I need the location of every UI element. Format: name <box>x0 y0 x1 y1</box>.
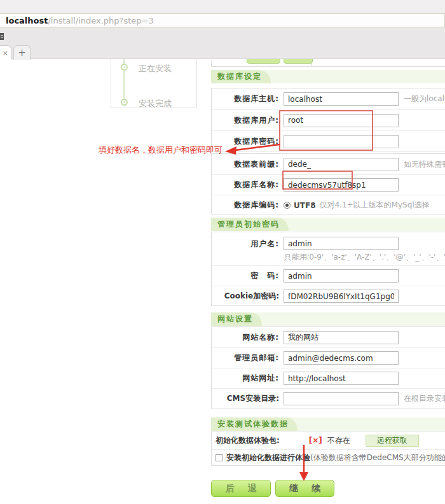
utf8-radio[interactable] <box>284 202 291 209</box>
db-host-label: 数据库主机: <box>212 94 284 104</box>
site-form-box: 网站名称: 管理员邮箱: 网站网址: CMS安装目录: 在根目录安装 <box>211 326 445 409</box>
continue-button[interactable]: 继 续 <box>275 480 334 497</box>
db-form-box-1: 数据库主机: 一般为localh 数据库用户: 数据库密码: <box>211 88 445 151</box>
db-charset-hint: 仅对4.1+以上版本的MySql选择 <box>319 200 429 211</box>
section-header-site: 网站设置 <box>211 312 445 326</box>
cookie-key-label: Cookie加密码: <box>212 291 284 302</box>
admin-email-input[interactable] <box>284 351 399 365</box>
cookie-key-input[interactable] <box>284 290 399 303</box>
form-row-admin-password: 密 码: <box>212 265 445 286</box>
form-row-db-password: 数据库密码: <box>212 130 445 151</box>
admin-user-input[interactable] <box>284 237 399 250</box>
db-host-input[interactable] <box>284 92 399 106</box>
browser-tab-active[interactable]: × <box>0 45 11 60</box>
site-name-label: 网站名称: <box>212 332 284 343</box>
admin-email-label: 管理员邮箱: <box>212 353 284 363</box>
section-title-admin: 管理员初始密码 <box>217 219 280 230</box>
new-tab-button[interactable]: + <box>13 45 31 60</box>
admin-form-box: 用户名: 只能用'0-9'、'a-z'、'A-Z'、'.'、'@'、'_'、'-… <box>211 232 445 306</box>
db-form-box-2: 数据表前缀: 如无特殊需要 数据库名称: 数据库编码: UTF8 仅对4.1+以… <box>211 153 445 214</box>
install-testdata-label: 安装初始化数据进行体验 <box>226 452 310 463</box>
form-row-db-host: 数据库主机: 一般为localh <box>212 88 445 109</box>
remote-fetch-button[interactable]: 远程获取 <box>366 435 419 447</box>
admin-password-label: 密 码: <box>212 270 284 281</box>
form-row-cms-dir: CMS安装目录: 在根目录安装 <box>212 388 445 409</box>
step-dot-complete <box>121 99 128 106</box>
admin-password-input[interactable] <box>284 269 399 283</box>
db-host-hint: 一般为localh <box>404 94 445 104</box>
url-path: /install/index.php?step=3 <box>48 16 153 25</box>
db-charset-label: 数据库编码: <box>212 200 284 211</box>
table-prefix-hint: 如无特殊需要 <box>404 159 445 170</box>
form-row-db-user: 数据库用户: <box>212 109 445 130</box>
install-testdata-checkbox[interactable] <box>216 454 222 461</box>
section-title-site: 网站设置 <box>217 314 253 325</box>
site-url-input[interactable] <box>284 372 399 385</box>
section-title-testdata: 安装测试体验数据 <box>217 419 289 430</box>
step-label-installing: 正在安装 <box>139 63 172 74</box>
site-name-input[interactable] <box>284 331 399 344</box>
table-prefix-input[interactable] <box>284 158 399 171</box>
form-row-data-package: 初始化数据体验包: [×] 不存在 远程获取 <box>212 431 445 449</box>
form-row-db-name: 数据库名称: <box>212 174 445 195</box>
db-user-input[interactable] <box>284 114 399 127</box>
cms-dir-hint: 在根目录安装 <box>404 393 445 404</box>
form-row-cookie-key: Cookie加密码: <box>212 286 445 306</box>
cms-dir-input[interactable] <box>284 392 399 405</box>
admin-user-label: 用户名: <box>212 239 284 249</box>
form-row-admin-user: 用户名: 只能用'0-9'、'a-z'、'A-Z'、'.'、'@'、'_'、'-… <box>212 232 445 265</box>
plus-icon: + <box>18 47 26 59</box>
browser-tab-strip <box>0 27 445 59</box>
close-icon[interactable]: × <box>3 50 8 57</box>
form-row-table-prefix: 数据表前缀: 如无特殊需要 <box>212 154 445 174</box>
install-testdata-description: (体验数据将含带DedeCMS大部分功能的应用操作示 <box>310 452 445 463</box>
favicon-icon <box>0 33 4 40</box>
previous-section-left-border <box>211 60 212 67</box>
back-button[interactable]: 后 退 <box>211 480 271 497</box>
previous-section-divider <box>211 66 445 67</box>
section-title-database: 数据库设定 <box>217 71 262 82</box>
form-row-db-charset: 数据库编码: UTF8 仅对4.1+以上版本的MySql选择 <box>212 195 445 215</box>
db-password-input[interactable] <box>284 135 399 148</box>
step-label-complete: 安装完成 <box>139 98 172 109</box>
testdata-form-box: 初始化数据体验包: [×] 不存在 远程获取 安装初始化数据进行体验(体验数据将… <box>211 431 445 466</box>
form-row-admin-email: 管理员邮箱: <box>212 347 445 368</box>
address-bar[interactable]: localhost/install/index.php?step=3 <box>0 13 445 27</box>
browser-top-strip <box>0 0 445 13</box>
missing-status-text: 不存在 <box>327 435 350 446</box>
db-name-label: 数据库名称: <box>212 179 284 190</box>
section-header-database: 数据库设定 <box>211 70 445 83</box>
missing-mark: [×] <box>309 436 322 445</box>
admin-user-hint: 只能用'0-9'、'a-z'、'A-Z'、'.'、'@'、'_'、'-'、'!'… <box>284 252 445 263</box>
db-user-label: 数据库用户: <box>212 115 284 126</box>
annotation-note: 填好数据名，数据用户和密码即可 <box>99 144 222 156</box>
data-package-label: 初始化数据体验包: <box>216 435 280 446</box>
form-row-site-name: 网站名称: <box>212 327 445 347</box>
table-prefix-label: 数据表前缀: <box>212 159 284 170</box>
section-header-testdata: 安装测试体验数据 <box>211 417 445 431</box>
step-dot-installing <box>121 64 128 71</box>
cms-dir-label: CMS安装目录: <box>212 393 284 404</box>
form-row-install-testdata: 安装初始化数据进行体验(体验数据将含带DedeCMS大部分功能的应用操作示 <box>212 449 445 465</box>
db-name-input[interactable] <box>284 178 399 192</box>
section-header-admin: 管理员初始密码 <box>211 218 445 231</box>
site-url-label: 网站网址: <box>212 373 284 384</box>
form-row-site-url: 网站网址: <box>212 368 445 388</box>
utf8-radio-label: UTF8 <box>294 201 315 210</box>
url-host: localhost <box>6 16 48 25</box>
